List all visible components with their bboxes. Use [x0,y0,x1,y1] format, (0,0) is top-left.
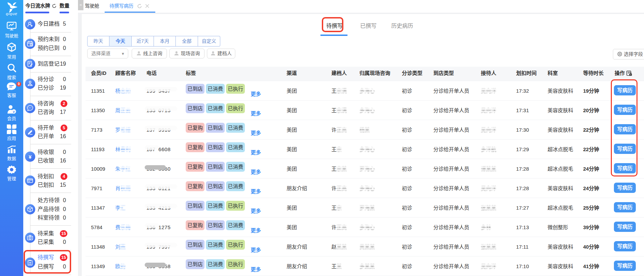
svg-text:¥: ¥ [29,154,32,160]
svg-text:V: V [13,110,15,114]
